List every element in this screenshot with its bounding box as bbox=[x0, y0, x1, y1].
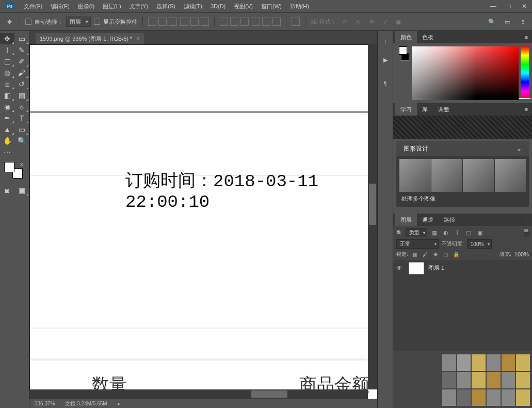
color-panel-swatches[interactable] bbox=[396, 46, 410, 100]
blur-tool[interactable]: ◉ bbox=[0, 101, 14, 112]
tab-channels[interactable]: 通道 bbox=[417, 214, 439, 226]
type-tool[interactable]: T bbox=[14, 112, 29, 124]
layer-item[interactable]: 👁 图层 1 bbox=[393, 260, 532, 276]
strip-paragraph-icon[interactable]: ¶ bbox=[380, 78, 391, 89]
path-select-tool[interactable]: ▲ bbox=[0, 124, 14, 135]
document-tab-close-icon[interactable]: × bbox=[136, 35, 140, 42]
menu-layer[interactable]: 图层(L) bbox=[99, 3, 125, 10]
align-left-icon[interactable] bbox=[180, 18, 188, 26]
learn-card-header[interactable]: 图形设计 ⌄ bbox=[396, 141, 529, 156]
shape-tool[interactable]: ▭ bbox=[14, 124, 29, 135]
workspace-icon[interactable]: ▭ bbox=[502, 17, 512, 27]
tab-color[interactable]: 颜色 bbox=[395, 31, 417, 43]
minimize-button[interactable]: — bbox=[486, 0, 501, 12]
menu-file[interactable]: 文件(F) bbox=[20, 3, 46, 10]
menu-select[interactable]: 选择(S) bbox=[152, 3, 180, 10]
status-chevron-icon[interactable]: ▸ bbox=[118, 401, 120, 406]
menu-view[interactable]: 视图(V) bbox=[230, 3, 257, 10]
filter-pixel-icon[interactable]: ▦ bbox=[430, 229, 439, 237]
learn-card[interactable]: 图形设计 ⌄ 处理多个图像 bbox=[396, 141, 529, 207]
quick-mask-tool[interactable]: ◙ bbox=[0, 185, 14, 196]
filter-toggle[interactable] bbox=[524, 229, 529, 237]
filter-smart-icon[interactable]: ▣ bbox=[476, 229, 484, 237]
hand-tool[interactable]: ✋ bbox=[0, 135, 14, 146]
status-doc-size[interactable]: 文档:3.24M/5.65M bbox=[65, 400, 107, 407]
eyedropper-tool[interactable]: ✐ bbox=[14, 56, 29, 67]
tab-swatches[interactable]: 色板 bbox=[417, 31, 439, 43]
dist-hcenter-icon[interactable] bbox=[262, 18, 270, 26]
align-right-icon[interactable] bbox=[201, 18, 209, 26]
layers-panel-menu-icon[interactable]: ≡ bbox=[521, 217, 532, 223]
filter-type-icon[interactable]: T bbox=[453, 229, 461, 237]
healing-tool[interactable]: ◍ bbox=[0, 67, 14, 78]
slide-3d-icon[interactable]: ⤢ bbox=[380, 17, 390, 27]
menu-help[interactable]: 帮助(H) bbox=[286, 3, 313, 10]
tab-libraries[interactable]: 库 bbox=[417, 103, 433, 116]
swap-colors-icon[interactable]: ⤭ bbox=[20, 162, 24, 167]
tab-paths[interactable]: 路径 bbox=[439, 214, 460, 226]
stamp-tool[interactable]: ⧇ bbox=[0, 78, 14, 90]
history-brush-tool[interactable]: ↺ bbox=[14, 78, 29, 90]
auto-select-dropdown[interactable]: 图层 bbox=[66, 17, 91, 27]
color-panel-menu-icon[interactable]: ≡ bbox=[521, 34, 532, 40]
auto-select-checkbox[interactable] bbox=[25, 19, 31, 25]
eraser-tool[interactable]: ◧ bbox=[0, 90, 14, 101]
marquee-tool[interactable]: ▭ bbox=[14, 33, 29, 44]
strip-history-icon[interactable]: ↕ bbox=[380, 36, 391, 46]
pen-tool[interactable]: ✒ bbox=[0, 112, 14, 124]
share-icon[interactable]: ⇪ bbox=[518, 17, 528, 27]
dodge-tool[interactable]: ☼ bbox=[14, 101, 29, 112]
lock-paint-icon[interactable]: 🖌 bbox=[422, 251, 429, 258]
crop-tool[interactable]: ▢ bbox=[0, 56, 14, 67]
menu-3d[interactable]: 3D(D) bbox=[206, 3, 230, 9]
maximize-button[interactable]: □ bbox=[501, 0, 517, 12]
move-tool[interactable]: ✥ bbox=[0, 33, 14, 44]
blend-mode-dropdown[interactable]: 正常 bbox=[396, 239, 439, 249]
menu-image[interactable]: 图像(I) bbox=[74, 3, 99, 10]
horizontal-scrollbar-track[interactable] bbox=[29, 389, 368, 399]
vertical-scrollbar-track[interactable] bbox=[368, 44, 377, 389]
dist-vcenter-icon[interactable] bbox=[230, 18, 238, 26]
layer-filter-kind-dropdown[interactable]: 类型 bbox=[406, 228, 427, 237]
align-hcenter-icon[interactable] bbox=[190, 18, 199, 26]
auto-align-icon[interactable] bbox=[292, 18, 300, 26]
lock-all-icon[interactable]: 🔒 bbox=[453, 251, 460, 258]
layer-thumbnail[interactable] bbox=[409, 262, 424, 274]
vertical-scrollbar-thumb[interactable] bbox=[369, 184, 376, 225]
quick-select-tool[interactable]: ✎ bbox=[14, 44, 29, 56]
lasso-tool[interactable]: ⌇ bbox=[0, 44, 14, 56]
horizontal-scrollbar-thumb[interactable] bbox=[251, 390, 287, 398]
zoom-tool[interactable]: 🔍 bbox=[14, 135, 29, 146]
menu-filter[interactable]: 滤镜(T) bbox=[180, 3, 206, 10]
pan-3d-icon[interactable]: ✥ bbox=[366, 17, 377, 27]
strip-play-icon[interactable]: ▶ bbox=[380, 55, 391, 65]
tab-adjustments[interactable]: 调整 bbox=[433, 103, 455, 116]
search-icon[interactable]: 🔍 bbox=[487, 17, 497, 27]
dist-right-icon[interactable] bbox=[272, 18, 281, 26]
filter-shape-icon[interactable]: ▢ bbox=[464, 229, 473, 237]
orbit-3d-icon[interactable]: ⟳ bbox=[340, 17, 350, 27]
close-button[interactable]: ✕ bbox=[517, 0, 532, 12]
show-transform-checkbox[interactable] bbox=[94, 19, 100, 25]
fill-input[interactable]: 100% bbox=[514, 251, 529, 257]
color-field[interactable] bbox=[412, 46, 519, 100]
document-tab[interactable]: 1599.png @ 336% (图层 1, RGB/8) * × bbox=[36, 33, 144, 44]
hue-marker[interactable] bbox=[519, 98, 530, 99]
layer-name[interactable]: 图层 1 bbox=[428, 264, 444, 272]
tab-layers[interactable]: 图层 bbox=[395, 214, 417, 226]
menu-window[interactable]: 窗口(W) bbox=[257, 3, 286, 10]
camera-3d-icon[interactable]: ▣ bbox=[393, 17, 404, 27]
roll-3d-icon[interactable]: ◎ bbox=[353, 17, 363, 27]
tab-learn[interactable]: 学习 bbox=[395, 103, 417, 116]
align-top-icon[interactable] bbox=[148, 18, 156, 26]
lock-transparency-icon[interactable]: ▦ bbox=[411, 251, 418, 258]
brush-tool[interactable]: 🖌 bbox=[14, 67, 29, 78]
move-tool-indicator-icon[interactable]: ✥ bbox=[4, 17, 14, 27]
color-panel-fg[interactable] bbox=[399, 46, 407, 55]
menu-edit[interactable]: 编辑(E) bbox=[46, 3, 74, 10]
lock-position-icon[interactable]: ✥ bbox=[432, 251, 439, 258]
chevron-down-icon[interactable]: ⌄ bbox=[517, 145, 522, 152]
filter-adjust-icon[interactable]: ◐ bbox=[442, 229, 450, 237]
foreground-color-swatch[interactable] bbox=[4, 162, 14, 172]
screen-mode-tool[interactable]: ▣ bbox=[14, 185, 29, 196]
